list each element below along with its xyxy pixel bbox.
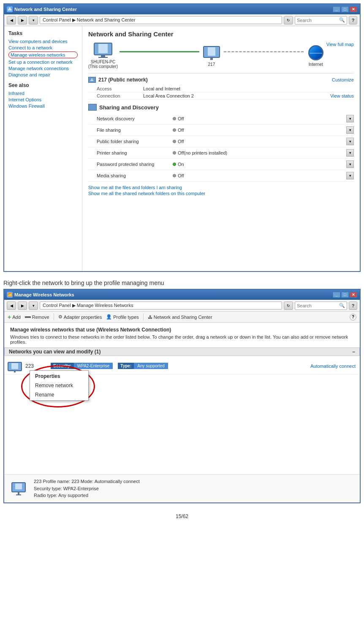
dot-file-sharing bbox=[173, 128, 176, 132]
remove-button[interactable]: Remove bbox=[25, 315, 49, 320]
svg-rect-3 bbox=[98, 57, 108, 58]
back-button[interactable]: ◀ bbox=[7, 16, 16, 24]
w2-search-input[interactable] bbox=[297, 303, 339, 308]
sidebar-internet-options[interactable]: Internet Options bbox=[8, 97, 78, 102]
context-item-remove-network[interactable]: Remove network bbox=[30, 381, 88, 390]
svg-rect-6 bbox=[210, 57, 213, 60]
dot-password-sharing bbox=[173, 163, 176, 166]
see-also-label: See also bbox=[8, 82, 78, 88]
sidebar-connect-network[interactable]: Connect to a network bbox=[8, 45, 78, 50]
window2-address-bar: ◀ ▶ ▾ Control Panel ▶ Manage Wireless Ne… bbox=[4, 300, 360, 312]
w2-help-button[interactable]: ? bbox=[349, 301, 357, 310]
toolbar-help-button[interactable]: ? bbox=[350, 314, 356, 320]
remove-icon bbox=[25, 316, 31, 318]
close-button[interactable]: ✕ bbox=[350, 6, 357, 12]
sharing-dropdown-network-discovery[interactable]: ▾ bbox=[346, 115, 354, 122]
search-input[interactable] bbox=[297, 18, 339, 23]
info-bar: Manage wireless networks that use (Wirel… bbox=[4, 323, 360, 348]
w2-recent-button[interactable]: ▾ bbox=[29, 301, 38, 310]
sharing-label-public-folder: Public folder sharing bbox=[88, 139, 173, 144]
w2-forward-button[interactable]: ▶ bbox=[18, 301, 27, 310]
node-pc: SHUFEN-PC(This computer) bbox=[88, 42, 118, 69]
main-content: Network and Sharing Center bbox=[82, 26, 360, 271]
access-label: Access bbox=[88, 86, 143, 91]
network-sharing-center-button[interactable]: 🖧 Network and Sharing Center bbox=[148, 315, 212, 320]
sharing-link-files[interactable]: Show me all the files and folders I am s… bbox=[88, 185, 354, 190]
collapse-button[interactable]: – bbox=[352, 349, 355, 355]
info-title: Manage wireless networks that use (Wirel… bbox=[10, 327, 354, 333]
sharing-dropdown-media-sharing[interactable]: ▾ bbox=[346, 172, 354, 179]
dot-printer-sharing bbox=[173, 151, 176, 155]
svg-rect-11 bbox=[15, 483, 22, 489]
network-name-label: 223 bbox=[25, 363, 51, 369]
window2-controls: _ □ ✕ bbox=[333, 292, 357, 298]
sharing-dropdown-password-sharing[interactable]: ▾ bbox=[346, 160, 354, 168]
sidebar-manage-connections[interactable]: Manage network connections bbox=[8, 66, 78, 71]
context-item-rename[interactable]: Rename bbox=[30, 390, 88, 399]
sharing-dropdown-file-sharing[interactable]: ▾ bbox=[346, 126, 354, 134]
window2-titlebar: 📶 Manage Wireless Networks _ □ ✕ bbox=[4, 290, 360, 300]
profile-types-button[interactable]: 👤 Profile types bbox=[106, 314, 139, 320]
add-button[interactable]: + Add bbox=[8, 314, 21, 320]
net-line-2 bbox=[224, 51, 304, 52]
router-icon bbox=[201, 44, 222, 61]
w2-back-button[interactable]: ◀ bbox=[7, 301, 16, 310]
forward-button[interactable]: ▶ bbox=[18, 16, 27, 24]
w2-close-button[interactable]: ✕ bbox=[350, 292, 357, 298]
window1-icon: 🖧 bbox=[7, 6, 13, 12]
node-internet: Internet bbox=[305, 44, 326, 67]
sidebar-windows-firewall[interactable]: Windows Firewall bbox=[8, 103, 78, 109]
sharing-dropdown-public-folder[interactable]: ▾ bbox=[346, 138, 354, 145]
computer-svg bbox=[93, 42, 113, 58]
svg-rect-9 bbox=[14, 371, 16, 372]
bottom-security-value: WPA2-Enterprise bbox=[63, 486, 99, 491]
profile-label: Profile types bbox=[113, 315, 139, 320]
sidebar-manage-wireless[interactable]: Manage wireless networks bbox=[8, 52, 78, 58]
dot-public-folder bbox=[173, 140, 176, 143]
sharing-label-file-sharing: File sharing bbox=[88, 128, 173, 133]
minimize-button[interactable]: _ bbox=[333, 6, 340, 12]
recent-button[interactable]: ▾ bbox=[29, 16, 38, 24]
bottom-radio-line: Radio type: Any supported bbox=[34, 492, 140, 499]
address-breadcrumb[interactable]: Control Panel ▶ Network and Sharing Cent… bbox=[40, 16, 282, 24]
sidebar-diagnose-repair[interactable]: Diagnose and repair bbox=[8, 72, 78, 77]
sharing-text-media-sharing: Off bbox=[178, 173, 184, 178]
sharing-row-network-discovery: Network discovery Off ▾ bbox=[88, 113, 354, 125]
w2-address-breadcrumb[interactable]: Control Panel ▶ Manage Wireless Networks bbox=[40, 301, 282, 310]
networks-header: Networks you can view and modify (1) – bbox=[4, 348, 360, 356]
sidebar-setup-connection[interactable]: Set up a connection or network bbox=[8, 60, 78, 65]
node-217-label: 217 bbox=[208, 62, 215, 67]
w2-minimize-button[interactable]: _ bbox=[333, 292, 340, 298]
w2-maximize-button[interactable]: □ bbox=[341, 292, 349, 298]
dot-network-discovery bbox=[173, 117, 176, 120]
sharing-value-printer-sharing: Off(no printers installed) bbox=[173, 150, 346, 155]
sharing-dropdown-printer-sharing[interactable]: ▾ bbox=[346, 149, 354, 157]
network-row-223[interactable]: 223 Security: WPA2-Enterprise Type: Any … bbox=[4, 358, 360, 375]
sidebar-infrared[interactable]: Infrared bbox=[8, 91, 78, 96]
view-status-link[interactable]: View status bbox=[312, 93, 354, 98]
context-item-properties[interactable]: Properties bbox=[30, 372, 88, 381]
maximize-button[interactable]: □ bbox=[341, 6, 349, 12]
bottom-profile-name-key: Profile name: bbox=[43, 479, 71, 484]
sharing-value-password-sharing: On bbox=[173, 162, 346, 167]
w2-refresh-button[interactable]: ↻ bbox=[284, 301, 293, 310]
type-value: Any supported bbox=[134, 363, 168, 369]
connection-label: Connection bbox=[88, 93, 143, 98]
globe-icon bbox=[308, 45, 323, 60]
customize-link[interactable]: Customize bbox=[332, 77, 354, 82]
sidebar-view-computers[interactable]: View computers and devices bbox=[8, 39, 78, 44]
adapter-properties-button[interactable]: ⚙ Adapter properties bbox=[58, 314, 102, 320]
refresh-button[interactable]: ↻ bbox=[284, 16, 293, 24]
sharing-value-public-folder: Off bbox=[173, 139, 346, 144]
view-full-map-link[interactable]: View full map bbox=[326, 42, 354, 47]
help-button[interactable]: ? bbox=[349, 16, 357, 24]
auto-connect-link[interactable]: Automatically connect bbox=[310, 364, 360, 369]
bottom-radio-label: Radio type: bbox=[34, 493, 58, 498]
page-number: 15/62 bbox=[0, 507, 364, 522]
bottom-security-label: Security type: bbox=[34, 486, 63, 491]
network-name-left: 🖧 217 (Public network) bbox=[88, 77, 148, 83]
svg-rect-8 bbox=[11, 363, 18, 369]
dot-media-sharing bbox=[173, 174, 176, 177]
sharing-link-folders[interactable]: Show me all the shared network folders o… bbox=[88, 191, 354, 196]
svg-rect-12 bbox=[18, 492, 19, 494]
